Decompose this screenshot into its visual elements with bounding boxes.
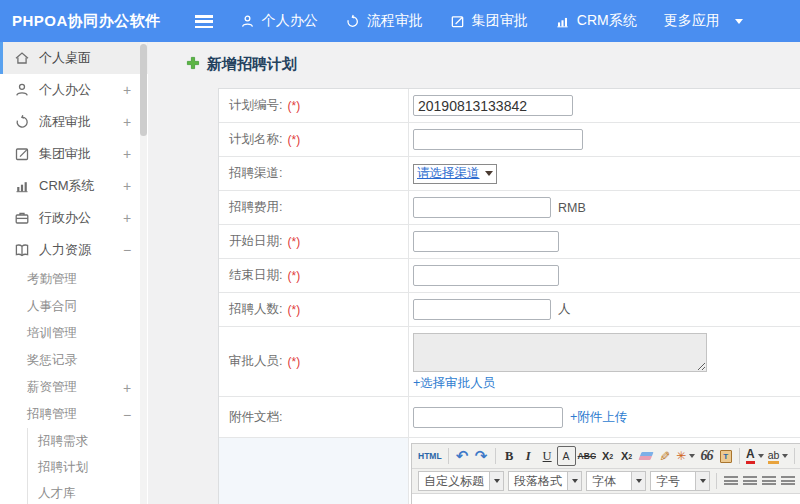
attachment-upload-link[interactable]: +附件上传 xyxy=(570,409,627,426)
redo-icon[interactable]: ↷ xyxy=(472,446,491,466)
recruit-cost-input[interactable] xyxy=(413,197,551,218)
plan-name-input[interactable] xyxy=(413,129,583,150)
edit-icon xyxy=(450,14,465,29)
sidebar-item-label: 招聘管理 xyxy=(27,406,77,423)
sidebar-item-recruit-plan[interactable]: 招聘计划 xyxy=(28,454,148,480)
eraser-icon xyxy=(638,452,653,460)
superscript-button[interactable]: X2 xyxy=(598,446,617,466)
sidebar-item-salary-mgmt[interactable]: 薪资管理 + xyxy=(0,374,148,401)
main-content: 新增招聘计划 计划编号: (*) 计划名称: (*) 招聘渠道: xyxy=(148,42,800,504)
sidebar-item-label: 个人办公 xyxy=(39,81,91,99)
start-date-input[interactable] xyxy=(413,231,559,252)
highlight-color-button[interactable]: ab xyxy=(766,446,791,466)
sidebar-scrollbar-thumb[interactable] xyxy=(140,44,147,136)
sidebar-item-group-approval[interactable]: 集团审批 + xyxy=(0,138,148,170)
sidebar-item-label: 流程审批 xyxy=(39,113,91,131)
subscript-button[interactable]: X2 xyxy=(617,446,636,466)
nav-item-label: 流程审批 xyxy=(367,12,423,30)
person-icon xyxy=(14,82,30,98)
quick-format-button[interactable]: ✳ xyxy=(674,446,697,466)
remove-format-button[interactable] xyxy=(636,446,655,466)
channel-select[interactable]: 请选择渠道 xyxy=(413,164,497,184)
sidebar-item-recruit-mgmt[interactable]: 招聘管理 − xyxy=(0,401,148,428)
align-right-icon xyxy=(762,476,776,487)
sidebar-item-training-mgmt[interactable]: 培训管理 xyxy=(0,320,148,347)
bold-button[interactable]: B xyxy=(500,446,519,466)
sidebar-item-attendance-mgmt[interactable]: 考勤管理 xyxy=(0,266,148,293)
underline-button[interactable]: U xyxy=(538,446,557,466)
sidebar-item-personal-office[interactable]: 个人办公 + xyxy=(0,74,148,106)
paragraph-format-select[interactable]: 段落格式 xyxy=(508,471,582,491)
approvers-textarea[interactable] xyxy=(413,333,707,372)
end-date-input[interactable] xyxy=(413,265,559,286)
plan-number-input[interactable] xyxy=(413,95,573,116)
custom-heading-select[interactable]: 自定义标题 xyxy=(418,471,504,491)
align-center-button[interactable] xyxy=(740,471,759,491)
justify-button[interactable] xyxy=(778,471,797,491)
field-label: 结束日期: (*) xyxy=(219,259,409,292)
expand-toggle[interactable]: + xyxy=(120,380,134,396)
flow-icon xyxy=(14,114,30,130)
align-right-button[interactable] xyxy=(759,471,778,491)
format-a-button[interactable]: A xyxy=(557,446,576,466)
sidebar-item-human-resources[interactable]: 人力资源 − xyxy=(0,234,148,266)
undo-icon[interactable]: ↶ xyxy=(453,446,472,466)
strikethrough-button[interactable]: ABC xyxy=(576,446,598,466)
plus-icon xyxy=(186,56,200,74)
sidebar-item-label: 培训管理 xyxy=(27,325,77,342)
field-label: 招聘费用: xyxy=(219,191,409,224)
expand-toggle[interactable]: + xyxy=(120,114,134,130)
page-title: 新增招聘计划 xyxy=(186,55,297,74)
format-painter-button[interactable]: ✎ xyxy=(655,447,675,466)
sidebar-item-personal-desktop[interactable]: 个人桌面 xyxy=(0,42,148,74)
sidebar-item-hr-contract[interactable]: 人事合同 xyxy=(0,293,148,320)
headcount-input[interactable] xyxy=(413,299,551,320)
nav-item-label: 集团审批 xyxy=(472,12,528,30)
caret-down-icon xyxy=(695,472,709,490)
expand-toggle[interactable]: + xyxy=(120,146,134,162)
font-family-select[interactable]: 字体 xyxy=(586,471,646,491)
sidebar-item-admin-office[interactable]: 行政办公 + xyxy=(0,202,148,234)
font-size-select[interactable]: 字号 xyxy=(650,471,710,491)
caret-down-icon xyxy=(735,19,743,24)
nav-item-group-approval[interactable]: 集团审批 xyxy=(450,12,528,30)
align-left-button[interactable] xyxy=(721,471,740,491)
expand-toggle[interactable]: + xyxy=(120,210,134,226)
sidebar-item-recruit-demand[interactable]: 招聘需求 xyxy=(28,428,148,454)
book-icon xyxy=(14,242,30,258)
chart-icon xyxy=(555,14,570,29)
collapse-toggle[interactable]: − xyxy=(120,407,134,423)
expand-toggle[interactable]: + xyxy=(120,178,134,194)
nav-item-personal-office[interactable]: 个人办公 xyxy=(240,12,318,30)
sidebar-item-workflow-approval[interactable]: 流程审批 + xyxy=(0,106,148,138)
html-source-button[interactable]: HTML xyxy=(416,446,444,466)
required-marker: (*) xyxy=(287,269,300,283)
required-marker: (*) xyxy=(287,235,300,249)
font-color-button[interactable]: A xyxy=(744,446,766,466)
recruit-plan-form: 计划编号: (*) 计划名称: (*) 招聘渠道: 请选择渠道 xyxy=(218,88,800,504)
unit-label: RMB xyxy=(558,201,586,215)
nav-item-more-apps[interactable]: 更多应用 xyxy=(664,12,743,30)
sidebar-item-label: 行政办公 xyxy=(39,209,91,227)
expand-toggle[interactable]: + xyxy=(120,82,134,98)
select-arrow-icon xyxy=(485,171,493,176)
nav-item-crm-system[interactable]: CRM系统 xyxy=(555,12,637,30)
sidebar-item-crm-system[interactable]: CRM系统 + xyxy=(0,170,148,202)
collapse-toggle[interactable]: − xyxy=(120,242,134,258)
form-row-plan-number: 计划编号: (*) xyxy=(219,89,800,123)
attachment-input[interactable] xyxy=(413,407,563,428)
chart-icon xyxy=(14,178,30,194)
editor-content[interactable] xyxy=(412,494,800,504)
sidebar-item-reward-punishment[interactable]: 奖惩记录 xyxy=(0,347,148,374)
caret-down-icon xyxy=(489,472,503,490)
form-row-start-date: 开始日期: (*) xyxy=(219,225,800,259)
blockquote-button[interactable]: 66 xyxy=(697,446,716,466)
sidebar-item-label: 人事合同 xyxy=(27,298,77,315)
caret-down-icon xyxy=(631,472,645,490)
paste-button[interactable]: T xyxy=(716,446,735,466)
sidebar-item-talent-pool[interactable]: 人才库 xyxy=(28,480,148,504)
select-approvers-link[interactable]: +选择审批人员 xyxy=(413,375,495,392)
hamburger-menu-icon[interactable] xyxy=(195,15,213,28)
italic-button[interactable]: I xyxy=(519,446,538,466)
nav-item-workflow-approval[interactable]: 流程审批 xyxy=(345,12,423,30)
